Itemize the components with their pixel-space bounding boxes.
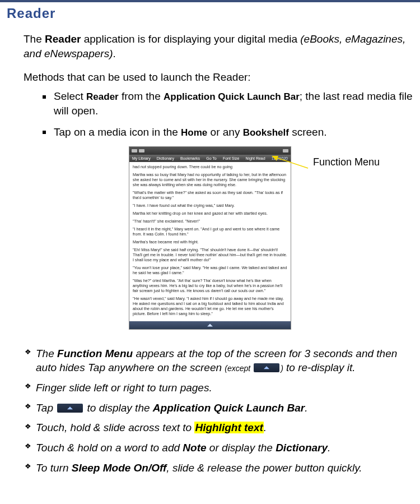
intro-text-suffix: . xyxy=(113,48,115,59)
tip-text: Tap xyxy=(36,402,56,414)
reader-screenshot: My Library Dictionary Bookmarks Go To Fo… xyxy=(129,146,291,330)
page-title: Reader xyxy=(7,6,413,21)
book-paragraph: "I heard it in the night," Mary went on.… xyxy=(133,226,287,237)
menu-item: Night Read xyxy=(245,156,267,160)
quick-launch-pill-icon xyxy=(57,404,83,413)
up-arrow-icon xyxy=(207,323,213,326)
book-paragraph: Martha's face became red with fright. xyxy=(133,239,287,244)
li-text: from the xyxy=(119,90,164,102)
li-text: screen. xyxy=(289,126,327,138)
tip-bold: Sleep Mode On/Off xyxy=(72,462,167,474)
book-paragraph: "Was he?" cried Martha. "Art tha' sure? … xyxy=(133,278,287,293)
reader-page-body: had not stopped pouring down. There coul… xyxy=(129,162,291,321)
book-paragraph: had not stopped pouring down. There coul… xyxy=(133,164,287,169)
book-paragraph: Martha let her knitting drop on her knee… xyxy=(133,211,287,216)
tip-text: . xyxy=(264,422,267,433)
li-bold: Bookshelf xyxy=(243,127,289,138)
book-paragraph: "Eh! Miss Mary!" she said half crying. "… xyxy=(133,247,287,262)
screenshot-container: My Library Dictionary Bookmarks Go To Fo… xyxy=(7,146,413,330)
book-paragraph: "Tha' hasn't!" she exclaimed. "Never!" xyxy=(133,219,287,224)
intro-text-mid: application is for displaying your digit… xyxy=(81,33,300,45)
li-bold: Home xyxy=(181,127,207,138)
tip-bold: Application Quick Launch Bar xyxy=(153,402,305,414)
book-paragraph: "What's the matter with thee?" she asked… xyxy=(133,190,287,200)
tip-except-open: (except xyxy=(225,364,253,373)
tip-item: The Function Menu appears at the top of … xyxy=(25,346,413,375)
tip-bold: Dictionary xyxy=(276,442,328,454)
top-border xyxy=(0,0,420,2)
book-paragraph: "You won't lose your place," said Mary. … xyxy=(133,265,287,275)
page-indicator: 128/1020 xyxy=(270,156,289,160)
page-content: Reader The Reader application is for dis… xyxy=(0,6,420,492)
tip-bold: Function Menu xyxy=(57,348,133,359)
tip-text: To turn xyxy=(36,462,72,474)
book-paragraph: Martha was so busy that Mary had no oppo… xyxy=(133,172,287,187)
book-paragraph: "I have. I have found out what the cryin… xyxy=(133,203,287,208)
li-bold: Application Quick Launch Bar xyxy=(164,91,300,102)
tip-item: Touch & hold on a word to add Note or di… xyxy=(25,441,413,455)
tip-text: Finger slide left or right to turn pages… xyxy=(36,382,212,394)
status-icon xyxy=(132,149,137,152)
li-text: Tap on a media icon in the xyxy=(54,126,181,138)
methods-bold: Reader xyxy=(213,71,248,83)
tip-text: . xyxy=(328,442,330,454)
launch-methods-list: Select Reader from the Application Quick… xyxy=(43,89,413,140)
tip-item: Touch, hold & slide across text to Highl… xyxy=(25,420,413,435)
status-icon xyxy=(139,149,144,152)
tip-bold: Note xyxy=(183,442,206,454)
tip-text: to display the xyxy=(84,402,153,414)
function-menu-bar: My Library Dictionary Bookmarks Go To Fo… xyxy=(129,155,291,162)
book-paragraph: "He wasn't vexed," said Mary. "I asked h… xyxy=(133,296,287,316)
intro-text-pre: The xyxy=(24,33,45,45)
list-item: Tap on a media icon in the Home or any B… xyxy=(43,125,413,140)
methods-suffix: : xyxy=(248,71,250,83)
tip-text: . xyxy=(305,402,307,414)
quick-launch-bar xyxy=(129,321,291,329)
menu-item: Font Size xyxy=(222,156,241,160)
callout-label: Function Menu xyxy=(313,156,380,168)
tip-text: The xyxy=(36,348,57,359)
menu-item: Dictionary xyxy=(156,156,175,160)
status-icon xyxy=(283,149,288,152)
up-arrow-icon xyxy=(67,406,73,409)
highlight-text: Highlight text xyxy=(194,422,263,433)
tip-text: or display the xyxy=(207,442,276,454)
menu-item: My Library xyxy=(131,156,152,160)
intro-text-bold: Reader xyxy=(45,33,81,45)
tips-list: The Function Menu appears at the top of … xyxy=(25,346,413,475)
methods-pre: Methods that can be used to launch the xyxy=(24,71,213,83)
methods-intro: Methods that can be used to launch the R… xyxy=(24,71,413,84)
tip-text: , slide & release the power button quick… xyxy=(166,462,362,474)
li-text: Select xyxy=(54,90,86,102)
tip-item: Tap to display the Application Quick Lau… xyxy=(25,401,413,415)
list-item: Select Reader from the Application Quick… xyxy=(43,89,413,118)
tip-item: Finger slide left or right to turn pages… xyxy=(25,381,413,395)
menu-item: Bookmarks xyxy=(179,156,201,160)
tip-item: To turn Sleep Mode On/Off, slide & relea… xyxy=(25,461,413,475)
menu-item: Go To xyxy=(205,156,218,160)
intro-paragraph: The Reader application is for displaying… xyxy=(24,32,413,61)
tip-text: Touch & hold on a word to add xyxy=(36,442,183,454)
up-arrow-icon xyxy=(264,367,269,369)
status-bar xyxy=(129,147,291,155)
li-bold: Reader xyxy=(86,91,119,102)
tip-text: to re-display it. xyxy=(283,362,356,373)
li-text: or any xyxy=(207,126,242,138)
quick-launch-pill-icon xyxy=(254,363,279,372)
tip-text: Touch, hold & slide across text to xyxy=(36,422,194,433)
